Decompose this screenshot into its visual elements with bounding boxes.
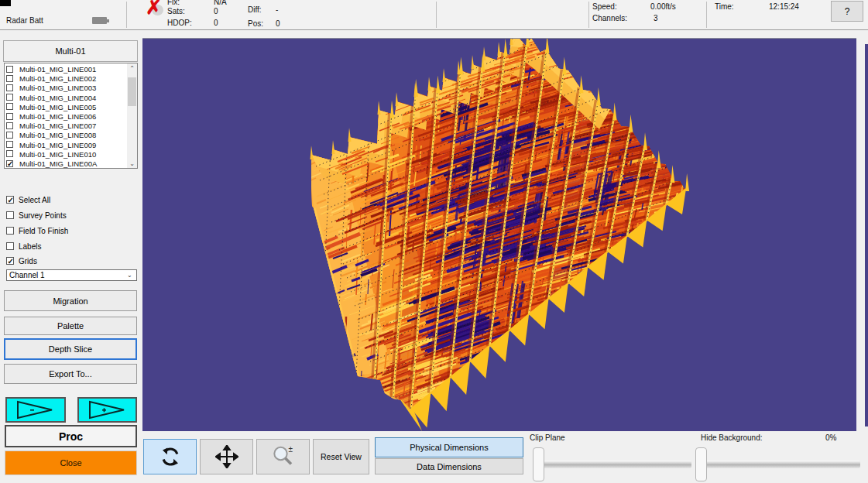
svg-text:±: ± — [288, 445, 293, 454]
